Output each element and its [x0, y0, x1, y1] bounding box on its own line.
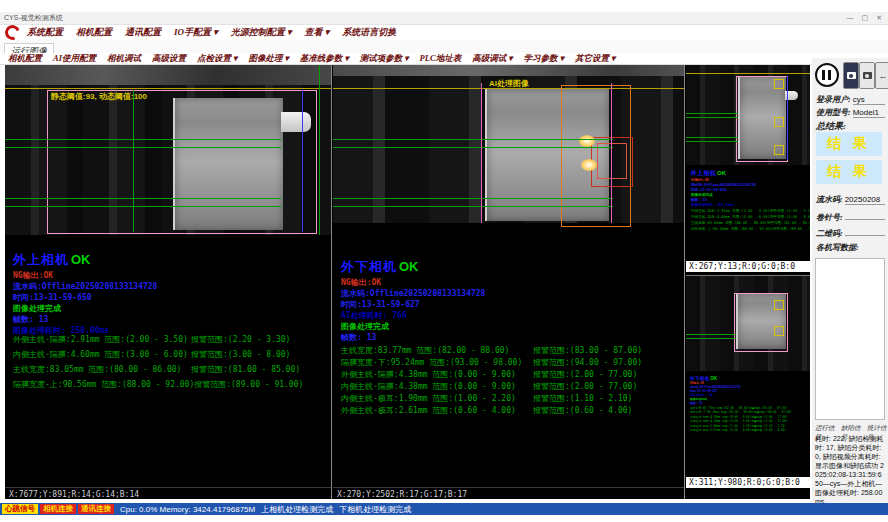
- menu-item[interactable]: 相机配置: [76, 26, 112, 39]
- preview-bottom-panel[interactable]: 外下相机 OK NG输出:OK流水码:Offline20250208133134…: [686, 275, 810, 488]
- minimize-button[interactable]: —: [847, 14, 854, 22]
- lower-camera-button[interactable]: [859, 62, 875, 89]
- menu-item[interactable]: IO手配置 ▾: [174, 26, 218, 39]
- alarm-range-text: 报警范围:(2.00 - 77.00): [533, 381, 637, 393]
- needle-row: 卷针号:: [816, 210, 885, 223]
- center-camera-image[interactable]: AI处理图像: [333, 65, 684, 223]
- result-lines: NG输出:OK流水码:Offline20250208133134728时间:13…: [341, 277, 485, 343]
- measurement-row: 隔膜宽度-上:90.56mm 范围:(88.00 - 92.00) 报警范围:(…: [691, 226, 810, 232]
- camera-icon: [863, 72, 872, 79]
- tab-glow: [581, 159, 597, 171]
- serial-label: 流水码:: [816, 194, 843, 205]
- green-measure-line: [686, 334, 736, 335]
- upper-camera-button[interactable]: [843, 62, 859, 89]
- measurement-row: 外侧主线-隔膜:2.91mm 范围:(2.00 - 3.50) 报警范围:(2.…: [13, 332, 327, 347]
- title-bar: CYS-视觉检测系统 — ▢ ✕: [0, 12, 888, 25]
- serial-value[interactable]: 20250208: [845, 195, 885, 205]
- menu-item[interactable]: 查看 ▾: [305, 26, 330, 39]
- measurement-text: 主线宽度:83.77mm 范围:(82.00 - 88.00): [341, 345, 533, 357]
- alarm-range-text: 报警范围:(83.00 - 87.00): [533, 345, 642, 357]
- login-user-value[interactable]: cys: [853, 95, 885, 105]
- left-measurements: 外侧主线-隔膜:2.91mm 范围:(2.00 - 3.50) 报警范围:(2.…: [13, 332, 327, 392]
- green-vertical-line: [133, 90, 134, 232]
- app-window: CYS-视觉检测系统 — ▢ ✕ 系统配置相机配置通讯配置IO手配置 ▾光源控制…: [0, 0, 888, 522]
- log-list-area[interactable]: [815, 258, 885, 420]
- preview-top-image[interactable]: [686, 65, 810, 165]
- alarm-range-text: 报警范围:(94.00 - 97.00): [533, 357, 642, 369]
- camera-icon: [847, 72, 856, 79]
- menu-bar: 系统配置相机配置通讯配置IO手配置 ▾光源控制配置 ▾查看 ▾系统语言切换: [0, 25, 888, 40]
- toolbar-item[interactable]: 其它设置 ▾: [575, 53, 615, 65]
- pause-button[interactable]: [815, 63, 839, 87]
- result-line: NG输出:OK: [341, 277, 485, 288]
- green-vertical-line: [319, 65, 320, 235]
- menu-item[interactable]: 光源控制配置 ▾: [231, 26, 292, 39]
- toolbar-item[interactable]: 高级调试 ▾: [472, 53, 512, 65]
- center-camera-view[interactable]: AI处理图像 外下相机 OK NG输出:OK流水码:Offline2025020…: [333, 65, 684, 499]
- left-camera-image[interactable]: 静态阈值:93, 动态阈值:100: [5, 65, 331, 235]
- toolbar-item[interactable]: 相机配置: [8, 53, 42, 65]
- green-measure-line: [333, 206, 613, 207]
- qr-row: 二维码:: [816, 226, 885, 239]
- toolbar-item[interactable]: 图像处理 ▾: [248, 53, 288, 65]
- measurement-text: 内侧主线-隔膜:4.38mm 范围:(0.00 - 9.00): [341, 381, 533, 393]
- measurement-row: 内侧主线-隔膜:4.38mm 范围:(0.00 - 9.00) 报警范围:(2.…: [341, 381, 680, 393]
- result-line: 时间:13-31-59-650: [13, 292, 157, 303]
- result-line: 帧数: 13: [341, 332, 485, 343]
- maximize-button[interactable]: ▢: [862, 14, 869, 22]
- model-value[interactable]: Model1: [853, 108, 885, 118]
- toolbar: 相机配置AI使用配置相机调试高级设置点检设置 ▾图像处理 ▾基准线参数 ▾测试项…: [0, 53, 888, 65]
- qr-label: 二维码:: [816, 228, 843, 239]
- preview-top-panel[interactable]: 外上相机 OK NG输出:OK流水码:Offline20250208133134…: [686, 65, 810, 272]
- result-line: NG输出:OK: [13, 270, 157, 281]
- result-line: 图像处理完成: [13, 303, 157, 314]
- green-measure-line: [686, 137, 738, 138]
- left-coordinate-statusline: X:7677;Y:891;R:14;G:14;B:14: [5, 487, 331, 499]
- info-log-text: 耗时: 222, 缺陷检测耗时: 17, 缺陷分类耗时: 0, 缺陷视频分离耗时…: [815, 434, 885, 506]
- toolbar-item[interactable]: PLC地址表: [420, 53, 462, 65]
- green-measure-line: [686, 338, 736, 339]
- yellow-baseline: [686, 73, 810, 74]
- green-measure-line: [333, 139, 613, 140]
- upper-camera-message: 上相机处理检测完成: [261, 504, 333, 515]
- toolbar-item[interactable]: 点检设置 ▾: [197, 53, 237, 65]
- model-row: 使用型号: Model1: [816, 107, 885, 118]
- green-measure-line: [686, 113, 738, 114]
- result-line: 图像处理完成: [341, 321, 485, 332]
- result-line: 流水码:Offline20250208133134728: [13, 281, 157, 292]
- status-badge: 通讯连接: [78, 504, 114, 514]
- result-lines: NG输出:OK流水码:Offline20250208133134728时间:13…: [691, 178, 810, 208]
- red-roi-rect: [597, 143, 627, 179]
- measurement-row: 隔膜宽度-上:90.56mm 范围:(88.00 - 92.00) 报警范围:(…: [13, 377, 327, 392]
- camera-title: 外下相机: [341, 258, 397, 276]
- needle-label: 卷针号:: [816, 212, 843, 223]
- ok-status: OK: [399, 259, 419, 274]
- yellow-marker-box: [774, 300, 784, 310]
- machine-write-label: 各机写数据:: [816, 242, 859, 253]
- toolbar-item[interactable]: AI使用配置: [53, 53, 96, 65]
- alarm-range-text: 报警范围:(2.00 - 77.00): [533, 369, 637, 381]
- alarm-range-text: 报警范围:(3.00 - 8.00): [191, 347, 290, 362]
- result-box-1: 结 果: [816, 132, 882, 156]
- exit-button[interactable]: ←: [875, 62, 888, 89]
- close-button[interactable]: ✕: [876, 14, 882, 22]
- menu-item[interactable]: 通讯配置: [125, 26, 161, 39]
- result-lines: NG输出:OK流水码:Offline20250208133134728时间:13…: [13, 270, 157, 336]
- measurement-row: 主线宽度:83.77mm 范围:(82.00 - 88.00) 报警范围:(83…: [341, 345, 680, 357]
- toolbar-item[interactable]: 测试项参数 ▾: [360, 53, 409, 65]
- measurement-text: 内侧主线-极耳:1.90mm 范围:(1.00 - 2.20): [341, 393, 533, 405]
- menu-item[interactable]: 系统语言切换: [342, 26, 396, 39]
- toolbar-item[interactable]: 高级设置: [152, 53, 186, 65]
- needle-value[interactable]: [845, 210, 885, 220]
- qr-value[interactable]: [845, 226, 885, 236]
- left-camera-view[interactable]: 静态阈值:93, 动态阈值:100 外上相机 OK NG输出:OK流水码:Off…: [5, 65, 331, 499]
- preview-mini-result: 外下相机 OK NG输出:OK流水码:Offline20250208133134…: [690, 375, 810, 433]
- result-line: 帧数: 13: [13, 314, 157, 325]
- toolbar-item[interactable]: 学习参数 ▾: [524, 53, 564, 65]
- menu-item[interactable]: 系统配置: [27, 26, 63, 39]
- preview-bottom-image[interactable]: [686, 276, 810, 371]
- preview-bottom-statusline: X:311;Y:980;R:0;G:0;B:0: [686, 477, 810, 488]
- green-measure-line: [5, 139, 281, 140]
- toolbar-item[interactable]: 基准线参数 ▾: [300, 53, 349, 65]
- toolbar-item[interactable]: 相机调试: [107, 53, 141, 65]
